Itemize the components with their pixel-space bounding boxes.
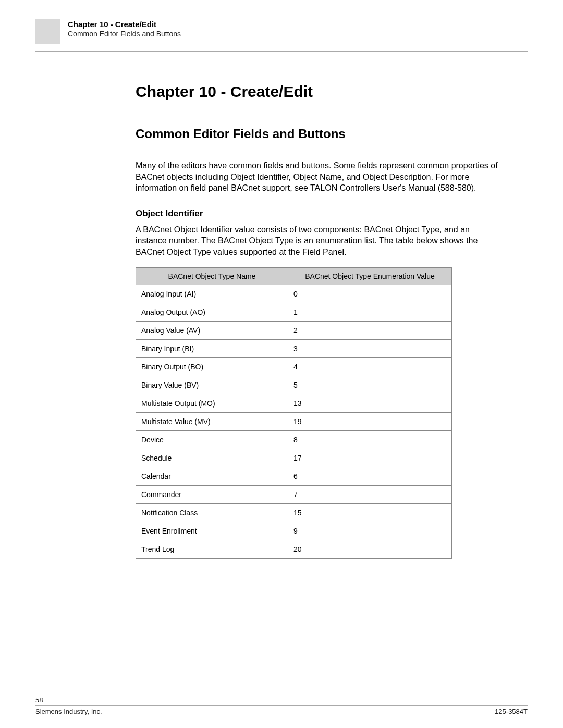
table-row: Calendar6 xyxy=(136,467,452,485)
table-cell-value: 4 xyxy=(288,357,452,376)
table-cell-value: 19 xyxy=(288,412,452,430)
table-cell-name: Binary Value (BV) xyxy=(136,376,288,394)
table-cell-value: 3 xyxy=(288,339,452,357)
table-row: Device8 xyxy=(136,430,452,449)
header-text-block: Chapter 10 - Create/Edit Common Editor F… xyxy=(68,19,181,38)
table-cell-value: 13 xyxy=(288,394,452,412)
page-header: Chapter 10 - Create/Edit Common Editor F… xyxy=(35,19,528,52)
table-cell-name: Commander xyxy=(136,485,288,503)
table-cell-name: Device xyxy=(136,430,288,449)
section-title: Common Editor Fields and Buttons xyxy=(136,127,500,141)
footer-line: Siemens Industry, Inc. 125-3584T xyxy=(35,705,528,715)
table-cell-value: 9 xyxy=(288,522,452,540)
table-cell-name: Calendar xyxy=(136,467,288,485)
table-cell-name: Event Enrollment xyxy=(136,522,288,540)
table-row: Analog Input (AI)0 xyxy=(136,285,452,303)
chapter-title: Chapter 10 - Create/Edit xyxy=(136,83,500,101)
header-subtitle: Common Editor Fields and Buttons xyxy=(68,30,181,38)
footer-company: Siemens Industry, Inc. xyxy=(35,708,102,715)
table-row: Trend Log20 xyxy=(136,540,452,558)
table-cell-name: Binary Input (BI) xyxy=(136,339,288,357)
table-row: Multistate Output (MO)13 xyxy=(136,394,452,412)
table-cell-name: Analog Input (AI) xyxy=(136,285,288,303)
page-footer: 58 Siemens Industry, Inc. 125-3584T xyxy=(35,696,528,715)
subsection-title: Object Identifier xyxy=(136,208,500,219)
table-header-value: BACnet Object Type Enumeration Value xyxy=(288,267,452,285)
table-cell-name: Multistate Output (MO) xyxy=(136,394,288,412)
table-row: Notification Class15 xyxy=(136,503,452,522)
table-header-name: BACnet Object Type Name xyxy=(136,267,288,285)
table-cell-value: 5 xyxy=(288,376,452,394)
page-number: 58 xyxy=(35,696,528,704)
table-header-row: BACnet Object Type Name BACnet Object Ty… xyxy=(136,267,452,285)
table-cell-value: 17 xyxy=(288,449,452,467)
content-area: Chapter 10 - Create/Edit Common Editor F… xyxy=(136,52,500,559)
table-row: Analog Output (AO)1 xyxy=(136,303,452,321)
table-row: Multistate Value (MV)19 xyxy=(136,412,452,430)
page: Chapter 10 - Create/Edit Common Editor F… xyxy=(0,0,563,728)
table-cell-value: 8 xyxy=(288,430,452,449)
table-cell-name: Analog Value (AV) xyxy=(136,321,288,339)
table-cell-value: 6 xyxy=(288,467,452,485)
table-cell-value: 2 xyxy=(288,321,452,339)
table-cell-value: 20 xyxy=(288,540,452,558)
table-cell-name: Trend Log xyxy=(136,540,288,558)
table-row: Binary Output (BO)4 xyxy=(136,357,452,376)
table-row: Binary Value (BV)5 xyxy=(136,376,452,394)
table-cell-name: Notification Class xyxy=(136,503,288,522)
table-cell-value: 0 xyxy=(288,285,452,303)
intro-paragraph: Many of the editors have common fields a… xyxy=(136,160,500,194)
table-cell-name: Multistate Value (MV) xyxy=(136,412,288,430)
table-row: Schedule17 xyxy=(136,449,452,467)
table-cell-name: Schedule xyxy=(136,449,288,467)
table-cell-value: 7 xyxy=(288,485,452,503)
table-row: Binary Input (BI)3 xyxy=(136,339,452,357)
sub-paragraph: A BACnet Object Identifier value consist… xyxy=(136,224,500,258)
table-row: Commander7 xyxy=(136,485,452,503)
table-cell-value: 15 xyxy=(288,503,452,522)
table-row: Analog Value (AV)2 xyxy=(136,321,452,339)
table-cell-value: 1 xyxy=(288,303,452,321)
table-cell-name: Binary Output (BO) xyxy=(136,357,288,376)
table-cell-name: Analog Output (AO) xyxy=(136,303,288,321)
object-type-table: BACnet Object Type Name BACnet Object Ty… xyxy=(136,267,452,559)
footer-doc-number: 125-3584T xyxy=(495,708,528,715)
table-row: Event Enrollment9 xyxy=(136,522,452,540)
header-chapter-label: Chapter 10 - Create/Edit xyxy=(68,20,181,29)
header-logo-placeholder xyxy=(35,19,60,44)
